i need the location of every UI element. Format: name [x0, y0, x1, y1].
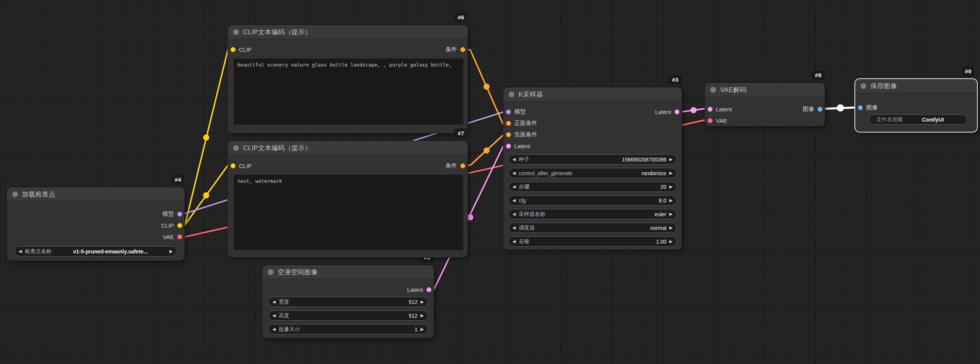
clip-slot-dot[interactable]	[177, 223, 182, 228]
model-slot-dot[interactable]	[177, 212, 182, 217]
increment-arrow-icon[interactable]	[670, 171, 673, 175]
node-clip-text-encode-positive[interactable]: #6 CLIP文本编码（提示） CLIP 条件 beautiful scener…	[228, 25, 468, 133]
decrement-arrow-icon[interactable]	[512, 185, 515, 189]
increment-arrow-icon[interactable]	[670, 212, 673, 216]
node-header[interactable]: CLIP文本编码（提示）	[228, 25, 468, 39]
widget-label: control_after_generate	[519, 170, 572, 176]
node-id-badge: #6	[454, 13, 468, 22]
control-after-generate-widget[interactable]: control_after_generate randomize	[508, 168, 677, 178]
node-clip-text-encode-negative[interactable]: #7 CLIP文本编码（提示） CLIP 条件 text, watermark	[228, 141, 468, 257]
node-header[interactable]: 加载检查点	[7, 187, 185, 201]
decrement-arrow-icon[interactable]	[512, 226, 515, 230]
output-slot-latent[interactable]: Latent	[407, 286, 434, 293]
slot-label: 模型	[162, 210, 174, 218]
node-empty-latent-image[interactable]: #5 空潜空间图像 Latent 宽度 512	[262, 265, 434, 338]
increment-arrow-icon[interactable]	[670, 198, 673, 203]
clip-slot-dot[interactable]	[231, 47, 235, 52]
checkpoint-name-widget[interactable]: 检查点名称 v1-5-pruned-emaonly.safete...	[14, 246, 177, 256]
image-slot-dot[interactable]	[858, 105, 863, 110]
vae-slot-dot[interactable]	[177, 234, 182, 239]
conditioning-slot-dot[interactable]	[506, 121, 511, 126]
latent-slot-dot[interactable]	[506, 144, 511, 149]
node-header[interactable]: 空潜空间图像	[262, 265, 434, 279]
increment-arrow-icon[interactable]	[670, 226, 673, 230]
node-header[interactable]: CLIP文本编码（提示）	[228, 141, 468, 155]
increment-arrow-icon[interactable]	[421, 313, 424, 318]
increment-arrow-icon[interactable]	[670, 239, 673, 244]
steps-widget[interactable]: 步骤 20	[508, 182, 677, 192]
output-slot-model[interactable]: 模型	[162, 210, 185, 218]
link-midpoint-dot	[690, 107, 697, 113]
prompt-textarea[interactable]: beautiful scenery nature glass bottle la…	[234, 59, 463, 125]
decrement-arrow-icon[interactable]	[272, 300, 275, 304]
input-slot-vae[interactable]: VAE	[705, 117, 727, 124]
model-slot-dot[interactable]	[506, 109, 511, 114]
link-midpoint-dot	[484, 84, 490, 90]
node-vae-decode[interactable]: #8 VAE解码 Latent 图像 VAE	[705, 83, 825, 126]
widget-label: 调度器	[519, 225, 535, 231]
output-slot-latent[interactable]: Latent	[655, 109, 682, 115]
output-slot-vae[interactable]: VAE	[163, 234, 185, 240]
slot-label: 正面条件	[514, 120, 537, 127]
filename-prefix-widget[interactable]: 文件名前缀 ComfyUI	[869, 114, 967, 125]
increment-arrow-icon[interactable]	[421, 327, 424, 331]
widget-value: randomize	[575, 170, 666, 176]
input-slot-latent[interactable]: Latent	[705, 106, 732, 112]
node-header[interactable]: VAE解码	[705, 83, 825, 97]
widget-label: 去噪	[519, 238, 529, 245]
increment-arrow-icon[interactable]	[170, 249, 173, 253]
input-slot-negative[interactable]: 负面条件	[503, 131, 537, 138]
input-slot-positive[interactable]: 正面条件	[503, 120, 537, 127]
conditioning-slot-dot[interactable]	[460, 163, 465, 168]
width-widget[interactable]: 宽度 512	[268, 297, 428, 307]
input-slot-latent[interactable]: Latent	[503, 143, 530, 149]
output-slot-conditioning[interactable]: 条件	[445, 46, 468, 53]
increment-arrow-icon[interactable]	[421, 300, 424, 304]
seed-widget[interactable]: 种子 156680208700286	[508, 154, 677, 165]
clip-slot-dot[interactable]	[231, 163, 235, 168]
link-midpoint-dot	[484, 147, 490, 154]
decrement-arrow-icon[interactable]	[272, 327, 275, 331]
image-slot-dot[interactable]	[818, 107, 822, 112]
latent-slot-dot[interactable]	[426, 287, 431, 292]
decrement-arrow-icon[interactable]	[272, 313, 275, 318]
node-ksampler[interactable]: #3 K采样器 模型 Latent 正面条件	[503, 87, 682, 250]
node-header[interactable]: K采样器	[503, 87, 682, 101]
node-load-checkpoint[interactable]: #4 加载检查点 模型 CLIP VAE	[7, 187, 185, 261]
link-midpoint-dot	[467, 214, 473, 220]
input-slot-clip[interactable]: CLIP	[228, 163, 251, 169]
output-slot-clip[interactable]: CLIP	[161, 222, 185, 229]
node-header[interactable]: 保存图像	[855, 79, 977, 93]
output-slot-conditioning[interactable]: 条件	[445, 162, 468, 169]
input-slot-model[interactable]: 模型	[503, 108, 526, 116]
decrement-arrow-icon[interactable]	[19, 249, 22, 253]
vae-slot-dot[interactable]	[708, 118, 713, 123]
decrement-arrow-icon[interactable]	[512, 212, 515, 216]
batch-size-widget[interactable]: 批量大小 1	[268, 324, 428, 334]
decrement-arrow-icon[interactable]	[512, 157, 515, 161]
conditioning-slot-dot[interactable]	[506, 132, 511, 137]
sampler-name-widget[interactable]: 采样器名称 euler	[508, 209, 677, 219]
latent-slot-dot[interactable]	[675, 109, 679, 114]
increment-arrow-icon[interactable]	[670, 185, 673, 189]
input-slot-image[interactable]: 图像	[855, 104, 878, 111]
slot-label: VAE	[163, 234, 174, 240]
scheduler-widget[interactable]: 调度器 normal	[508, 223, 677, 233]
output-slot-image[interactable]: 图像	[803, 106, 825, 113]
decrement-arrow-icon[interactable]	[512, 239, 515, 244]
decrement-arrow-icon[interactable]	[512, 171, 515, 175]
height-widget[interactable]: 高度 512	[268, 310, 428, 321]
denoise-widget[interactable]: 去噪 1.00	[508, 236, 677, 247]
decrement-arrow-icon[interactable]	[512, 198, 515, 203]
node-graph-canvas[interactable]: #6 CLIP文本编码（提示） CLIP 条件 beautiful scener…	[0, 0, 980, 364]
widget-label: cfg	[519, 198, 526, 204]
input-slot-clip[interactable]: CLIP	[228, 46, 251, 53]
increment-arrow-icon[interactable]	[670, 157, 673, 161]
node-save-image[interactable]: #9 保存图像 图像 文件名前缀 ComfyUI	[855, 79, 977, 132]
cfg-widget[interactable]: cfg 8.0	[508, 195, 677, 206]
prompt-textarea[interactable]: text, watermark	[234, 175, 463, 250]
conditioning-slot-dot[interactable]	[460, 47, 465, 52]
slot-label: CLIP	[161, 222, 174, 229]
node-status-dot-icon	[861, 83, 866, 89]
latent-slot-dot[interactable]	[708, 107, 713, 112]
